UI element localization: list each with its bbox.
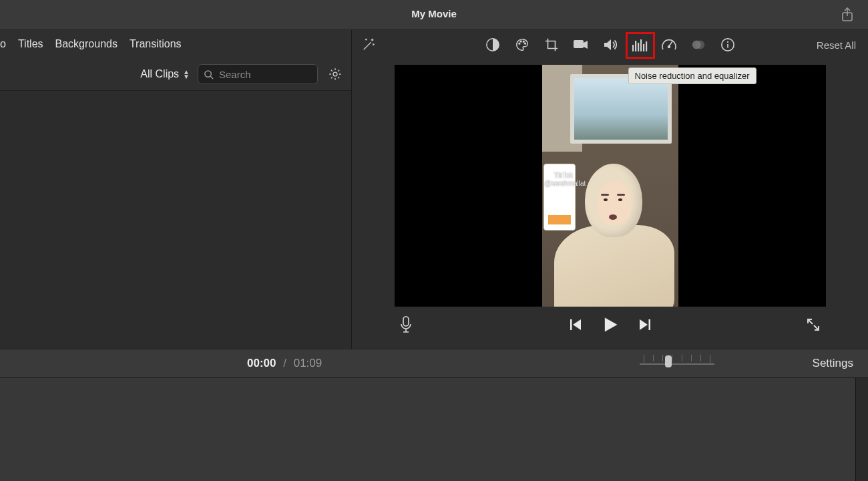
skip-forward-icon [638, 318, 652, 331]
reset-all-button[interactable]: Reset All [817, 39, 856, 51]
svg-rect-12 [640, 39, 642, 51]
main-row: o Titles Backgrounds Transitions All Cli… [0, 30, 868, 349]
volume-icon [602, 37, 618, 52]
equalizer-icon [632, 38, 648, 51]
clip-filter-dropdown[interactable]: All Clips ▲▼ [140, 68, 190, 80]
search-input[interactable] [218, 68, 294, 81]
svg-point-1 [205, 70, 211, 76]
camera-icon [573, 38, 589, 51]
filter-row: All Clips ▲▼ [0, 58, 351, 91]
tiktok-icon [545, 172, 553, 180]
enhance-button[interactable] [361, 37, 376, 52]
svg-rect-8 [574, 40, 584, 48]
overlay-button[interactable] [690, 37, 706, 53]
expand-icon [807, 318, 820, 331]
microphone-icon [400, 316, 412, 333]
play-button[interactable] [601, 315, 620, 334]
tab-audio-partial[interactable]: o [0, 38, 6, 50]
tab-titles[interactable]: Titles [18, 38, 43, 50]
play-controls [569, 315, 652, 334]
wand-icon [361, 37, 376, 52]
viewer-panel: Reset All Noise reduction and equalizer … [352, 30, 868, 349]
svg-rect-10 [635, 41, 636, 51]
volume-button[interactable] [602, 37, 618, 53]
crop-button[interactable] [544, 37, 560, 53]
zoom-slider[interactable] [640, 358, 714, 369]
color-balance-icon [485, 37, 500, 52]
project-title: My Movie [411, 8, 457, 19]
settings-button[interactable]: Settings [813, 357, 853, 370]
tab-backgrounds[interactable]: Backgrounds [55, 38, 118, 50]
equalizer-tooltip: Noise reduction and equalizer [628, 67, 756, 84]
adjust-icons [485, 37, 736, 53]
svg-rect-9 [632, 45, 634, 51]
watermark-app: TikTok [554, 172, 574, 179]
stabilization-button[interactable] [573, 37, 589, 53]
timeline[interactable] [0, 378, 856, 481]
svg-rect-22 [648, 319, 650, 330]
svg-point-6 [523, 41, 524, 42]
zoom-knob[interactable] [665, 355, 672, 367]
fullscreen-button[interactable] [807, 318, 820, 331]
crop-icon [544, 37, 559, 52]
video-frame: TikTok @sarahmallat [542, 65, 678, 307]
gear-icon [328, 67, 343, 82]
video-viewer[interactable]: Noise reduction and equalizer TikTok @sa… [395, 65, 826, 307]
equalizer-button[interactable] [632, 37, 648, 53]
svg-point-19 [726, 41, 728, 43]
search-icon [204, 69, 214, 79]
timecode: 00:00 / 01:09 [247, 357, 322, 370]
clips-area [0, 91, 351, 349]
info-button[interactable] [720, 37, 736, 53]
share-icon [841, 7, 854, 22]
time-separator: / [283, 357, 286, 369]
titlebar: My Movie [0, 0, 868, 30]
adjust-toolbar: Reset All [352, 30, 868, 59]
svg-rect-14 [646, 41, 647, 51]
svg-point-5 [520, 41, 521, 42]
time-current: 00:00 [247, 357, 276, 369]
svg-point-15 [668, 46, 670, 48]
svg-point-2 [333, 72, 337, 76]
media-browser: o Titles Backgrounds Transitions All Cli… [0, 30, 352, 349]
color-correction-button[interactable] [514, 37, 530, 53]
tab-transitions[interactable]: Transitions [130, 38, 182, 50]
play-icon [601, 315, 620, 334]
svg-rect-11 [638, 43, 639, 51]
svg-rect-21 [570, 319, 572, 330]
prev-button[interactable] [569, 318, 582, 331]
palette-icon [515, 37, 529, 52]
viewer-wrap: Noise reduction and equalizer TikTok @sa… [352, 59, 868, 349]
skip-back-icon [569, 318, 582, 331]
svg-point-7 [524, 43, 525, 44]
next-button[interactable] [638, 318, 652, 331]
svg-rect-20 [403, 317, 409, 326]
tiktok-watermark: TikTok @sarahmallat [545, 172, 586, 187]
info-icon [720, 37, 735, 52]
voiceover-button[interactable] [400, 316, 412, 333]
color-balance-button[interactable] [485, 37, 501, 53]
browser-tabs: o Titles Backgrounds Transitions [0, 30, 351, 58]
clip-filter-label: All Clips [140, 68, 179, 80]
footer-bar: 00:00 / 01:09 Settings [0, 349, 868, 378]
time-duration: 01:09 [294, 357, 322, 369]
speed-button[interactable] [661, 37, 677, 53]
transport-bar [352, 307, 868, 343]
watermark-handle: @sarahmallat [545, 180, 586, 187]
overlay-icon [691, 37, 706, 52]
svg-rect-13 [643, 44, 644, 51]
chevron-updown-icon: ▲▼ [183, 69, 190, 79]
svg-point-4 [518, 43, 519, 44]
browser-settings-button[interactable] [326, 65, 345, 84]
search-input-container[interactable] [198, 64, 318, 84]
speedometer-icon [661, 37, 677, 52]
share-button[interactable] [839, 6, 856, 23]
svg-point-17 [696, 41, 704, 49]
